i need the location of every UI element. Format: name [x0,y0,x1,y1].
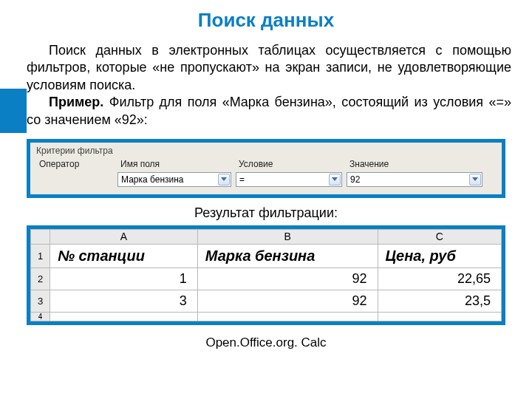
intro-paragraph: Поиск данных в электронных таблицах осущ… [0,42,532,129]
column-header-cell[interactable]: № станции [50,244,198,267]
col-letter[interactable]: A [50,229,198,244]
filter-header-field: Имя поля [117,159,236,172]
result-table: A B C 1 № станции Марка бензина Цена, ру… [30,229,502,321]
filter-criteria-panel: Критерии фильтра Оператор Имя поля Марка… [27,139,505,198]
filter-header-operator: Оператор [36,159,117,172]
filter-group-label: Критерии фильтра [36,146,496,156]
table-header-row: A B C [31,229,502,244]
col-letter[interactable]: C [378,229,501,244]
table-row: 1 № станции Марка бензина Цена, руб [31,244,502,267]
sidebar-accent [0,89,27,133]
condition-value: = [239,174,329,185]
spreadsheet-result: A B C 1 № станции Марка бензина Цена, ру… [27,225,505,325]
row-number[interactable]: 4 [31,312,50,321]
row-number[interactable]: 3 [31,290,50,312]
filter-header-condition: Условие [236,159,347,172]
intro-text: Поиск данных в электронных таблицах осущ… [27,43,511,92]
data-cell[interactable]: 92 [197,267,378,290]
table-row: 2 1 92 22,65 [31,267,502,290]
corner-cell [31,229,50,244]
chevron-down-icon[interactable] [329,174,341,185]
data-cell[interactable]: 23,5 [378,290,501,312]
operator-empty-cell [36,172,113,187]
footer-text: Open.Office.org. Calc [0,325,532,350]
chevron-down-icon[interactable] [469,174,481,185]
example-label: Пример. [49,95,103,109]
value-value: 92 [350,174,469,185]
value-combo[interactable]: 92 [347,172,482,187]
data-cell[interactable]: 92 [197,290,378,312]
table-row: 3 3 92 23,5 [31,290,502,312]
result-label: Результат фильтрации: [0,205,532,221]
data-cell[interactable]: 22,65 [378,267,501,290]
column-header-cell[interactable]: Цена, руб [378,244,501,267]
field-name-value: Марка бензина [121,174,218,185]
column-header-cell[interactable]: Марка бензина [197,244,378,267]
filter-header-value: Значение [347,159,487,172]
data-cell[interactable] [197,312,378,321]
data-cell[interactable] [378,312,501,321]
row-number[interactable]: 2 [31,267,50,290]
field-name-combo[interactable]: Марка бензина [117,172,231,187]
row-number[interactable]: 1 [31,244,50,267]
data-cell[interactable]: 1 [50,267,198,290]
condition-combo[interactable]: = [236,172,342,187]
col-letter[interactable]: B [197,229,378,244]
data-cell[interactable] [50,312,198,321]
chevron-down-icon[interactable] [218,174,230,185]
page-title: Поиск данных [0,0,532,42]
data-cell[interactable]: 3 [50,290,198,312]
table-row-truncated: 4 [31,312,502,321]
